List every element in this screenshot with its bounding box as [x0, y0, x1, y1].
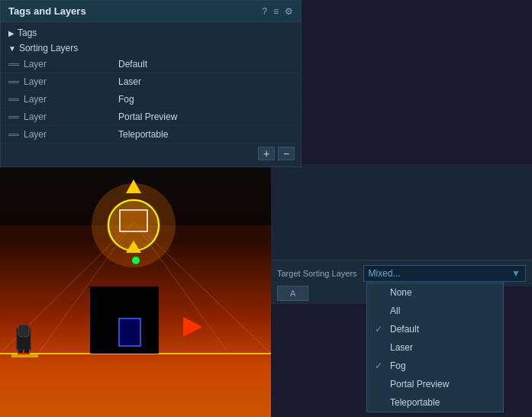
drag-handle-2	[8, 99, 19, 101]
target-sorting-value: Mixed...	[369, 268, 401, 279]
svg-rect-22	[11, 354, 38, 357]
sorting-toggle: ▼	[8, 44, 16, 53]
svg-rect-14	[119, 318, 140, 346]
drag-handle-4	[8, 134, 19, 136]
layer-value-2: Fog	[115, 93, 301, 105]
panel-footer: + −	[1, 144, 301, 163]
panel-body: ▶ Tags ▼ Sorting Layers Layer Default La…	[1, 22, 301, 166]
scene-svg	[0, 164, 271, 417]
dropdown-item-teleportable[interactable]: Teleportable	[367, 393, 503, 412]
layer-name-0: Layer	[24, 59, 115, 70]
svg-marker-15	[183, 317, 202, 337]
dropdown-label-none: None	[390, 287, 412, 298]
dropdown-label-laser: Laser	[390, 342, 413, 353]
layers-icon[interactable]: ≡	[273, 6, 279, 17]
layer-row-3[interactable]: Layer Portal Preview	[1, 108, 301, 126]
dropdown-item-fog[interactable]: ✓ Fog	[367, 357, 503, 375]
panel-header: Tags and Layers ? ≡ ⚙	[1, 1, 301, 22]
help-icon[interactable]: ?	[262, 6, 267, 17]
dropdown-menu: None All ✓ Default Laser ✓ Fog Portal Pr…	[366, 283, 504, 412]
tags-toggle: ▶	[8, 29, 15, 37]
drag-handle-0	[8, 63, 19, 66]
svg-point-12	[132, 257, 140, 264]
layer-value-1: Laser	[115, 76, 301, 88]
scene-view	[0, 164, 271, 417]
add-layer-button[interactable]: +	[258, 147, 275, 160]
target-sorting-label: Target Sorting Layers	[277, 269, 357, 278]
dropdown-item-none[interactable]: None	[367, 283, 503, 302]
layer-row-4[interactable]: Layer Teleportable	[1, 126, 301, 144]
layer-value-3: Portal Preview	[115, 111, 301, 123]
dropdown-item-laser[interactable]: Laser	[367, 338, 503, 357]
target-row: Target Sorting Layers Mixed... ▼	[277, 265, 526, 282]
tags-layers-panel: Tags and Layers ? ≡ ⚙ ▶ Tags ▼ Sorting L…	[0, 0, 301, 167]
layer-value-0: Default	[115, 58, 301, 70]
svg-rect-9	[120, 210, 147, 231]
sorting-layers-section[interactable]: ▼ Sorting Layers	[1, 40, 301, 56]
drag-handle-1	[8, 81, 19, 83]
check-icon-default: ✓	[375, 324, 385, 335]
action-button[interactable]: A	[277, 286, 308, 301]
layer-row-2[interactable]: Layer Fog	[1, 91, 301, 108]
dropdown-item-default[interactable]: ✓ Default	[367, 320, 503, 338]
side-panel-dark	[271, 164, 532, 260]
layer-row-1[interactable]: Layer Laser	[1, 73, 301, 91]
dropdown-item-portal-preview[interactable]: Portal Preview	[367, 375, 503, 393]
dropdown-label-teleportable: Teleportable	[390, 397, 440, 408]
dropdown-label-fog: Fog	[390, 360, 406, 371]
layer-name-2: Layer	[24, 94, 115, 105]
layer-name-4: Layer	[24, 129, 115, 140]
dropdown-item-all[interactable]: All	[367, 302, 503, 320]
dropdown-label-portal: Portal Preview	[390, 379, 449, 390]
target-sorting-dropdown[interactable]: Mixed... ▼	[363, 265, 526, 282]
tags-label: Tags	[18, 27, 37, 38]
layer-name-1: Layer	[24, 76, 115, 87]
settings-icon[interactable]: ⚙	[285, 6, 293, 17]
layer-name-3: Layer	[24, 112, 115, 122]
panel-header-icons: ? ≡ ⚙	[262, 6, 293, 17]
dropdown-arrow-icon: ▼	[511, 268, 521, 279]
check-icon-fog: ✓	[375, 360, 385, 371]
dropdown-label-default: Default	[390, 324, 419, 335]
layer-value-4: Teleportable	[115, 128, 301, 141]
layer-row-0[interactable]: Layer Default	[1, 56, 301, 73]
drag-handle-3	[8, 116, 19, 118]
panel-title: Tags and Layers	[8, 5, 86, 17]
sorting-layers-label: Sorting Layers	[19, 43, 78, 53]
svg-rect-17	[18, 325, 29, 337]
dropdown-label-all: All	[390, 305, 400, 316]
tags-section[interactable]: ▶ Tags	[1, 25, 301, 40]
remove-layer-button[interactable]: −	[278, 147, 295, 160]
